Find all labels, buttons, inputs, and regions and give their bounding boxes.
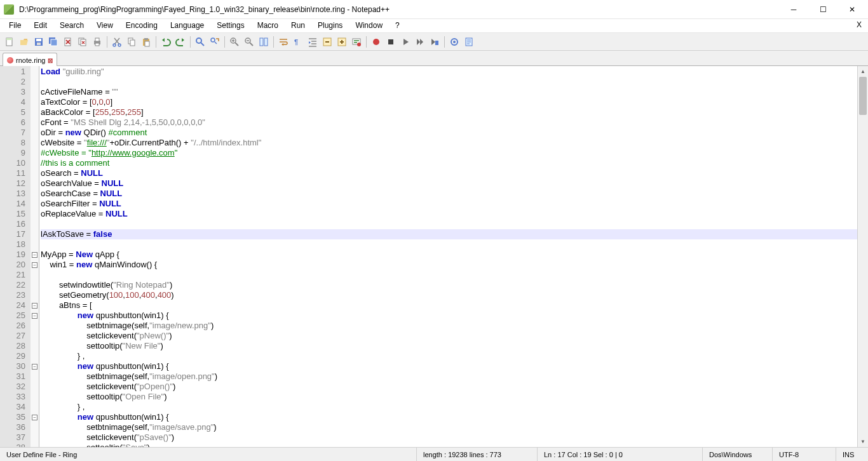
status-encoding: UTF-8 (773, 448, 836, 461)
tab-close-icon[interactable]: ⊠ (48, 57, 53, 64)
toolbar-separator (156, 36, 156, 48)
menu-macro[interactable]: Macro (251, 19, 285, 32)
menu-settings[interactable]: Settings (210, 19, 250, 32)
fold-icon[interactable] (320, 35, 334, 49)
svg-point-14 (118, 44, 121, 46)
toolbar: ¶ (0, 33, 868, 51)
toolbar-separator (224, 36, 225, 48)
svg-rect-12 (95, 43, 99, 46)
status-position: Ln : 17 Col : 19 Sel : 0 | 0 (538, 448, 703, 461)
menu-file[interactable]: File (3, 19, 27, 32)
paste-icon[interactable] (139, 35, 153, 49)
svg-rect-4 (37, 43, 41, 45)
svg-rect-16 (130, 40, 135, 46)
fold-gutter: −−−−−− (31, 66, 39, 447)
code-area[interactable]: Load "guilib.ring"cActiveFileName = ""aT… (39, 66, 857, 447)
minimize-button[interactable]: ─ (779, 0, 808, 19)
tab-bar: rnote.ring ⊠ (0, 51, 868, 66)
status-insert-mode: INS (836, 448, 868, 461)
svg-rect-33 (435, 41, 438, 45)
zoom-in-icon[interactable] (227, 35, 241, 49)
line-number-gutter: 1234567891011121314151617181920212223242… (0, 66, 31, 447)
monitoring-icon[interactable] (447, 35, 461, 49)
status-bar: User Define File - Ring length : 19238 l… (0, 447, 868, 461)
status-length: length : 19238 lines : 773 (417, 448, 538, 461)
menu-search[interactable]: Search (53, 19, 90, 32)
wordwrap-icon[interactable] (276, 35, 290, 49)
open-icon[interactable] (17, 35, 31, 49)
svg-point-21 (211, 38, 215, 42)
menu-window[interactable]: Window (349, 19, 389, 32)
menu-view[interactable]: View (90, 19, 119, 32)
tab-modified-icon (7, 57, 13, 63)
maximize-button[interactable]: ☐ (808, 0, 837, 19)
toolbar-separator (107, 36, 107, 48)
svg-rect-1 (6, 38, 12, 40)
close-button[interactable]: ✕ (837, 0, 867, 19)
fold-toggle-icon[interactable]: − (32, 303, 37, 309)
svg-point-35 (453, 41, 456, 43)
scroll-down-icon[interactable]: ▼ (858, 436, 868, 447)
scroll-track[interactable] (858, 77, 868, 436)
close-all-icon[interactable] (76, 35, 90, 49)
cut-icon[interactable] (110, 35, 124, 49)
fold-toggle-icon[interactable]: − (32, 262, 37, 268)
allchars-icon[interactable]: ¶ (291, 35, 305, 49)
comment-icon[interactable] (349, 35, 363, 49)
macro-save-icon[interactable] (428, 35, 442, 49)
svg-point-13 (113, 44, 116, 46)
fold-toggle-icon[interactable]: − (32, 415, 37, 420)
close-icon[interactable] (61, 35, 75, 49)
svg-rect-11 (95, 38, 99, 41)
replace-icon[interactable] (208, 35, 222, 49)
svg-rect-32 (388, 39, 393, 44)
toolbar-separator (366, 36, 367, 48)
editor[interactable]: 1234567891011121314151617181920212223242… (0, 66, 868, 447)
svg-point-31 (373, 39, 379, 45)
svg-rect-24 (260, 38, 263, 46)
app-icon (4, 4, 14, 15)
doc-map-icon[interactable] (462, 35, 476, 49)
sync-icon[interactable] (257, 35, 271, 49)
scroll-up-icon[interactable]: ▲ (858, 66, 868, 77)
svg-rect-18 (144, 38, 148, 40)
menu-run[interactable]: Run (285, 19, 311, 32)
menu-close-x[interactable]: X (853, 19, 865, 32)
macro-play-icon[interactable] (398, 35, 412, 49)
fold-toggle-icon[interactable]: − (32, 313, 37, 319)
save-icon[interactable] (32, 35, 46, 49)
new-icon[interactable] (3, 35, 17, 49)
status-eol: Dos\Windows (703, 448, 773, 461)
svg-rect-6 (51, 39, 57, 46)
fold-toggle-icon[interactable]: − (32, 252, 37, 258)
macro-rec-icon[interactable] (369, 35, 383, 49)
window-title: D:\Programmeing_prog\RingProgramming\Fay… (18, 5, 779, 14)
menu-help[interactable]: ? (389, 19, 406, 32)
menu-language[interactable]: Language (164, 19, 210, 32)
fold-toggle-icon[interactable]: − (32, 364, 37, 370)
menu-encoding[interactable]: Encoding (119, 19, 164, 32)
redo-icon[interactable] (173, 35, 187, 49)
title-bar: D:\Programmeing_prog\RingProgramming\Fay… (0, 0, 868, 19)
menu-bar: File Edit Search View Encoding Language … (0, 19, 868, 33)
vertical-scrollbar[interactable]: ▲ ▼ (857, 66, 868, 447)
toolbar-separator (190, 36, 191, 48)
copy-icon[interactable] (125, 35, 139, 49)
zoom-out-icon[interactable] (242, 35, 256, 49)
menu-edit[interactable]: Edit (27, 19, 53, 32)
save-all-icon[interactable] (46, 35, 60, 49)
unfold-icon[interactable] (335, 35, 349, 49)
macro-multi-icon[interactable] (413, 35, 427, 49)
indent-icon[interactable] (306, 35, 320, 49)
macro-stop-icon[interactable] (384, 35, 398, 49)
tab-rnote[interactable]: rnote.ring ⊠ (3, 53, 57, 66)
svg-point-20 (196, 38, 201, 43)
status-language: User Define File - Ring (0, 448, 417, 461)
scroll-thumb[interactable] (859, 77, 867, 115)
menu-plugins[interactable]: Plugins (311, 19, 349, 32)
svg-point-30 (357, 43, 361, 46)
find-icon[interactable] (193, 35, 207, 49)
print-icon[interactable] (90, 35, 104, 49)
undo-icon[interactable] (159, 35, 173, 49)
svg-rect-3 (36, 39, 41, 41)
